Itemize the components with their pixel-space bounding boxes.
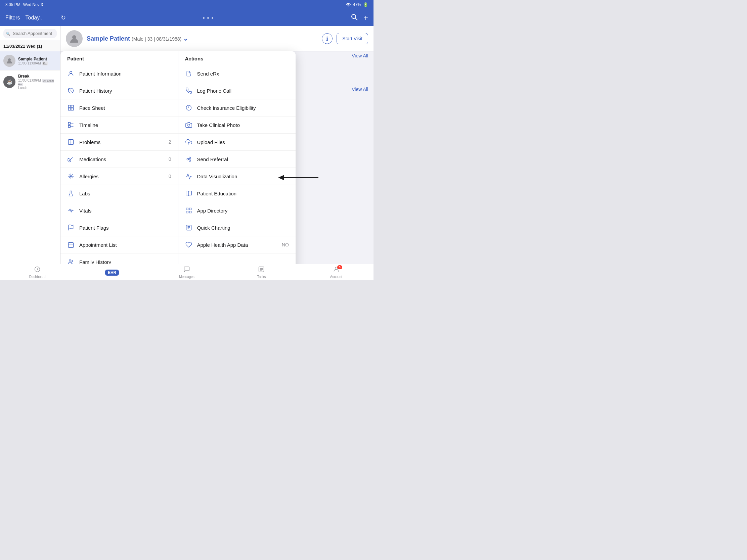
data-viz-icon <box>185 172 192 180</box>
menu-item-appointment-list[interactable]: Appointment List <box>60 236 178 254</box>
appointment-list-icon <box>67 241 75 248</box>
top-nav-left: Filters Today↓ ↻ <box>5 14 66 22</box>
main-content: Sample Patient (Male | 33 | 08/31/1988) … <box>60 26 374 264</box>
menu-item-allergies[interactable]: Allergies 0 <box>60 168 178 185</box>
ehr-icon: EHR <box>105 269 119 276</box>
badge-allergies: 0 <box>169 174 171 179</box>
label-app-directory: App Directory <box>197 208 289 214</box>
referral-icon <box>185 156 192 163</box>
actions-column-header: Actions <box>178 51 296 65</box>
status-right: 47% 🔋 <box>345 2 368 7</box>
view-all-link-1[interactable]: View All <box>352 53 368 58</box>
menu-item-patient-education[interactable]: Patient Education <box>178 185 296 202</box>
quick-chart-icon <box>185 224 192 231</box>
menu-item-data-visualization[interactable]: Data Visualization <box>178 168 296 185</box>
tab-tasks[interactable]: Tasks <box>224 265 299 280</box>
svg-point-31 <box>72 261 73 262</box>
dropdown-menu: Patient Patient Information Patient Hist… <box>60 51 295 264</box>
patient-name[interactable]: Sample Patient (Male | 33 | 08/31/1988) … <box>87 35 318 42</box>
tab-messages[interactable]: Messages <box>150 265 224 280</box>
today-button[interactable]: Today↓ <box>26 15 43 21</box>
label-medications: Medications <box>79 156 164 162</box>
menu-item-patient-history[interactable]: Patient History <box>60 82 178 99</box>
history-icon <box>67 87 75 94</box>
label-quick-charting: Quick Charting <box>197 225 289 231</box>
svg-point-4 <box>70 71 72 74</box>
badge-medications: 0 <box>169 156 171 162</box>
labs-icon <box>67 190 75 197</box>
svg-point-2 <box>8 58 11 61</box>
tab-dashboard-label: Dashboard <box>29 275 46 279</box>
label-patient-flags: Patient Flags <box>79 225 171 231</box>
menu-item-quick-charting[interactable]: Quick Charting <box>178 219 296 236</box>
status-date: Wed Nov 3 <box>23 2 43 7</box>
label-send-referral: Send Referral <box>197 156 289 162</box>
appointment-item-sample[interactable]: Sample Patient 11/03 11:00AM Ex <box>0 51 60 71</box>
label-patient-information: Patient Information <box>79 71 171 77</box>
menu-item-log-phone-call[interactable]: Log Phone Call <box>178 82 296 99</box>
badge-apple-health: NO <box>282 242 289 247</box>
svg-point-0 <box>352 15 356 19</box>
filters-button[interactable]: Filters <box>5 15 20 21</box>
menu-item-vitals[interactable]: Vitals <box>60 202 178 219</box>
patient-header: Sample Patient (Male | 33 | 08/31/1988) … <box>60 26 374 51</box>
menu-item-app-directory[interactable]: App Directory <box>178 202 296 219</box>
label-upload-files: Upload Files <box>197 139 289 145</box>
menu-item-timeline[interactable]: Timeline <box>60 116 178 134</box>
person-icon <box>67 70 75 77</box>
svg-rect-26 <box>69 242 74 247</box>
svg-point-30 <box>69 260 71 261</box>
menu-item-upload-files[interactable]: Upload Files <box>178 134 296 151</box>
apps-icon <box>185 207 192 214</box>
menu-item-take-clinical-photo[interactable]: Take Clinical Photo <box>178 116 296 134</box>
start-visit-button[interactable]: Start Visit <box>337 33 368 44</box>
menu-item-send-erx[interactable]: Send eRx <box>178 65 296 82</box>
svg-line-1 <box>355 18 357 20</box>
sidebar: 11/03/2021 Wed (1) Sample Patient 11/03 … <box>0 26 60 264</box>
svg-rect-10 <box>69 123 71 125</box>
svg-rect-58 <box>259 267 264 272</box>
search-button[interactable] <box>351 14 358 23</box>
appointment-item-break[interactable]: ☕ Break 11/03 01:00PM All Exam Ro Lunch <box>0 71 60 93</box>
label-check-insurance: Check Insurance Eligibility <box>197 105 289 111</box>
refresh-button[interactable]: ↻ <box>61 14 66 22</box>
timeline-icon <box>67 121 75 129</box>
battery-icon: 🔋 <box>363 2 368 7</box>
menu-item-family-history[interactable]: Family History <box>60 254 178 264</box>
top-nav-dots <box>66 17 351 19</box>
add-button[interactable]: + <box>363 13 368 23</box>
patient-menu-column: Patient Patient Information Patient Hist… <box>60 51 178 264</box>
menu-item-labs[interactable]: Labs <box>60 185 178 202</box>
label-appointment-list: Appointment List <box>79 242 171 248</box>
problems-icon <box>67 138 75 146</box>
top-nav-right: + <box>351 13 368 23</box>
tab-account[interactable]: 3 Account <box>299 265 374 280</box>
svg-rect-47 <box>186 208 188 210</box>
label-log-phone-call: Log Phone Call <box>197 88 289 94</box>
label-problems: Problems <box>79 139 164 145</box>
family-icon <box>67 258 75 264</box>
tab-ehr[interactable]: EHR <box>75 267 149 277</box>
menu-item-send-referral[interactable]: Send Referral <box>178 151 296 168</box>
svg-rect-7 <box>71 105 74 108</box>
menu-item-medications[interactable]: Medications 0 <box>60 151 178 168</box>
menu-item-apple-health[interactable]: Apple Health App Data NO <box>178 236 296 254</box>
menu-item-face-sheet[interactable]: Face Sheet <box>60 99 178 116</box>
info-button[interactable]: ℹ <box>322 33 333 44</box>
camera-icon <box>185 121 192 129</box>
menu-item-problems[interactable]: Problems 2 <box>60 134 178 151</box>
battery-text: 47% <box>353 2 361 7</box>
badge-problems: 2 <box>169 139 171 145</box>
view-all-link-2[interactable]: View All <box>352 87 368 92</box>
menu-item-patient-information[interactable]: Patient Information <box>60 65 178 82</box>
chevron-down-icon: ⌄ <box>183 35 188 42</box>
appt-time-0: 11/03 11:00AM Ex <box>18 61 57 65</box>
menu-item-check-insurance[interactable]: Check Insurance Eligibility <box>178 99 296 116</box>
vitals-icon <box>67 207 75 214</box>
menu-item-patient-flags[interactable]: Patient Flags <box>60 219 178 236</box>
tab-dashboard[interactable]: Dashboard <box>0 265 75 280</box>
label-vitals: Vitals <box>79 208 171 214</box>
status-bar: 3:05 PM Wed Nov 3 47% 🔋 <box>0 0 374 9</box>
search-input[interactable] <box>3 29 57 38</box>
patient-avatar-large <box>66 30 83 47</box>
